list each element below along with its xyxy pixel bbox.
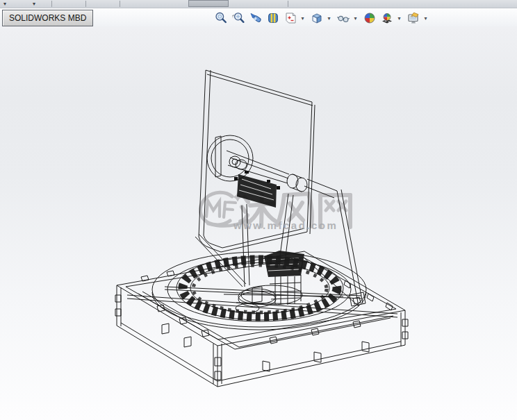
toolbar-separator: [51, 1, 52, 7]
ring-gear: [152, 252, 366, 330]
magnifier-area-icon: [231, 11, 245, 25]
view-orientation-dropdown[interactable]: ▾: [326, 10, 332, 26]
tab-solidworks-mbd[interactable]: SOLIDWORKS MBD: [2, 10, 93, 26]
overflow-caret-icon[interactable]: ▾: [1, 1, 8, 7]
pressed-toolbar-button[interactable]: [188, 0, 229, 7]
section-view-button[interactable]: [265, 10, 281, 26]
toolbar-separator: [288, 1, 288, 7]
scene-sphere-icon: [380, 11, 394, 25]
heads-up-toolbar: ▾ ▾ ▾: [213, 10, 430, 26]
annotation-views-dropdown[interactable]: ▾: [299, 10, 306, 26]
striped-block-icon: [266, 11, 280, 25]
hide-show-items-dropdown[interactable]: ▾: [352, 10, 359, 26]
viewport[interactable]: 沐风网 www.mfcad.com: [0, 26, 517, 420]
watermark-url: www.mfcad.com: [233, 219, 345, 231]
apply-scene-dropdown[interactable]: ▾: [396, 10, 402, 26]
apply-scene-button[interactable]: [379, 10, 395, 26]
magnifier-icon: [214, 11, 228, 25]
color-sphere-icon: [363, 11, 377, 25]
hide-show-items-button[interactable]: [335, 10, 351, 26]
tab-label: SOLIDWORKS MBD: [9, 13, 86, 23]
overflow-caret-icon[interactable]: ▾: [31, 1, 38, 7]
view-orientation-button[interactable]: [309, 10, 325, 26]
toolbar-separator: [120, 1, 120, 7]
annotated-sheet-icon: [284, 11, 297, 25]
previous-view-button[interactable]: [247, 10, 263, 26]
toolbar-overflow-strip: ▾ ▾: [0, 0, 517, 8]
monitor-pencil-icon: [407, 11, 420, 25]
toolbar-separator: [85, 1, 86, 7]
header-bar: SOLIDWORKS MBD: [0, 8, 517, 26]
view-settings-button[interactable]: [405, 10, 421, 26]
cube-icon: [310, 11, 324, 25]
annotation-views-button[interactable]: [282, 10, 298, 26]
view-settings-dropdown[interactable]: ▾: [422, 10, 429, 26]
glasses-icon: [336, 11, 350, 25]
arrow-flashlight-icon: [249, 11, 263, 25]
zoom-to-fit-button[interactable]: [213, 10, 229, 26]
edit-appearance-button[interactable]: [361, 10, 377, 26]
zoom-to-area-button[interactable]: [230, 10, 246, 26]
